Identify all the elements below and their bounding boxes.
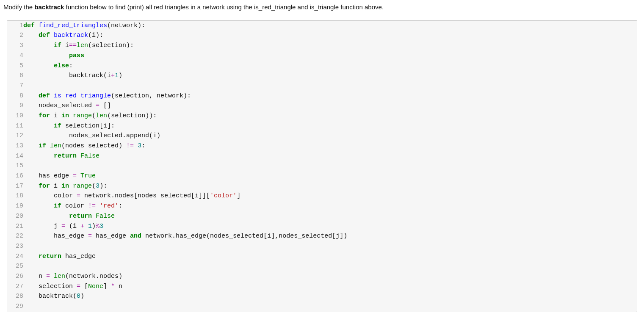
line-number: 27 [7,282,23,292]
code-line: 26 n = len(network.nodes) [7,271,637,282]
code-content [23,241,637,252]
code-line: 28 backtrack(0) [7,291,637,302]
code-content: def find_red_triangles(network): [23,21,637,31]
code-content: for i in range(len(selection)): [23,111,637,121]
code-content: return has_edge [23,252,637,262]
code-line: 27 selection = [None] * n [7,282,637,292]
line-number: 25 [7,261,23,271]
code-line: 14 return False [7,151,637,161]
code-content [23,161,637,171]
line-number: 6 [7,71,23,81]
code-content: has_edge = has_edge and network.has_edge… [23,231,637,241]
code-line: 18 color = network.nodes[nodes_selected[… [7,191,637,201]
line-number: 26 [7,271,23,282]
code-line: 19 if color != 'red': [7,201,637,211]
instruction-pre: Modify the [3,3,34,11]
code-content: def backtrack(i): [23,30,637,41]
code-content: color = network.nodes[nodes_selected[i]]… [23,191,637,201]
line-number: 14 [7,151,23,161]
code-content: pass [23,51,637,61]
instruction-post: function below to find (print) all red t… [64,3,384,11]
code-line: 6 backtrack(i+1) [7,71,637,81]
code-line: 23 [7,241,637,252]
code-line: 5 else: [7,61,637,71]
code-line: 10 for i in range(len(selection)): [7,111,637,121]
line-number: 5 [7,61,23,71]
code-content: for i in range(3): [23,181,637,191]
code-line: 16 has_edge = True [7,171,637,181]
line-number: 9 [7,101,23,111]
code-content [23,302,637,312]
code-content: nodes_selected = [] [23,101,637,111]
line-number: 1 [7,21,23,31]
code-content: else: [23,61,637,71]
line-number: 20 [7,211,23,221]
line-number: 10 [7,111,23,121]
code-content: if len(nodes_selected) != 3: [23,141,637,151]
code-content: if selection[i]: [23,121,637,131]
code-content: def is_red_triangle(selection, network): [23,91,637,101]
code-content: if i==len(selection): [23,41,637,51]
code-line: 12 nodes_selected.append(i) [7,131,637,141]
line-number: 23 [7,241,23,252]
line-number: 24 [7,252,23,262]
code-line: 17 for i in range(3): [7,181,637,191]
code-content [23,81,637,91]
line-number: 18 [7,191,23,201]
code-line: 11 if selection[i]: [7,121,637,131]
code-line: 3 if i==len(selection): [7,41,637,51]
code-content: backtrack(0) [23,291,637,302]
code-content: return False [23,151,637,161]
line-number: 22 [7,231,23,241]
line-number: 13 [7,141,23,151]
code-line: 13 if len(nodes_selected) != 3: [7,141,637,151]
code-line: 8 def is_red_triangle(selection, network… [7,91,637,101]
instruction-text: Modify the backtrack function below to f… [0,2,644,17]
line-number: 8 [7,91,23,101]
line-number: 12 [7,131,23,141]
code-line: 29 [7,302,637,312]
code-line: 1def find_red_triangles(network): [7,21,637,31]
code-line: 9 nodes_selected = [] [7,101,637,111]
line-number: 16 [7,171,23,181]
line-number: 3 [7,41,23,51]
line-number: 29 [7,302,23,312]
code-block: 1def find_red_triangles(network):2 def b… [7,20,637,312]
line-number: 4 [7,51,23,61]
line-number: 28 [7,291,23,302]
code-content: selection = [None] * n [23,282,637,292]
code-line: 24 return has_edge [7,252,637,262]
code-content: has_edge = True [23,171,637,181]
line-number: 15 [7,161,23,171]
line-number: 21 [7,221,23,232]
line-number: 2 [7,30,23,41]
code-content [23,261,637,271]
code-line: 21 j = (i + 1)%3 [7,221,637,232]
instruction-bold: backtrack [34,3,64,11]
code-content: return False [23,211,637,221]
code-content: j = (i + 1)%3 [23,221,637,232]
code-content: if color != 'red': [23,201,637,211]
code-line: 4 pass [7,51,637,61]
line-number: 11 [7,121,23,131]
code-content: n = len(network.nodes) [23,271,637,282]
line-number: 17 [7,181,23,191]
code-line: 7 [7,81,637,91]
code-line: 2 def backtrack(i): [7,30,637,41]
code-line: 25 [7,261,637,271]
code-line: 20 return False [7,211,637,221]
code-table: 1def find_red_triangles(network):2 def b… [7,21,637,312]
line-number: 7 [7,81,23,91]
code-content: nodes_selected.append(i) [23,131,637,141]
line-number: 19 [7,201,23,211]
code-line: 15 [7,161,637,171]
code-content: backtrack(i+1) [23,71,637,81]
code-line: 22 has_edge = has_edge and network.has_e… [7,231,637,241]
